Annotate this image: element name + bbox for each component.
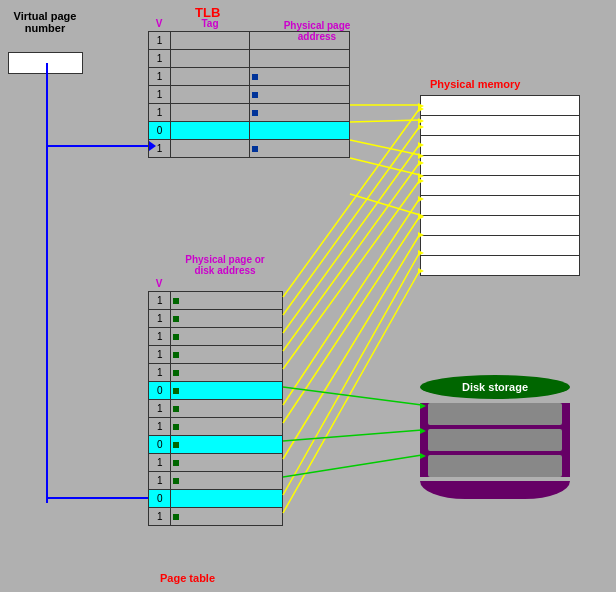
pm-row [421, 196, 580, 216]
pm-row [421, 176, 580, 196]
pt-cell-v: 1 [149, 400, 171, 418]
pt-cell-addr [171, 508, 283, 526]
tlb-cell-ppa [250, 86, 350, 104]
pt-dot [173, 334, 179, 340]
pm-row [421, 236, 580, 256]
tlb-row: 1 [149, 32, 350, 50]
pt-cell-addr [171, 418, 283, 436]
pt-dot [173, 424, 179, 430]
tlb-dot [252, 92, 258, 98]
pt-container: V 1 1 1 1 1 0 1 1 0 [148, 278, 293, 526]
tlb-cell-tag [170, 122, 250, 140]
pt-dot [173, 514, 179, 520]
disk-container: Disk storage [420, 375, 570, 499]
tlb-row: 1 [149, 86, 350, 104]
tlb-cell-ppa [250, 104, 350, 122]
svg-line-14 [283, 270, 420, 513]
tlb-cell-v: 1 [149, 86, 171, 104]
pt-cell-v: 0 [149, 436, 171, 454]
pt-row: 1 [149, 328, 283, 346]
pt-cell-v: 1 [149, 346, 171, 364]
disk-bottom [420, 481, 570, 499]
svg-line-7 [283, 144, 420, 333]
pt-dot [173, 406, 179, 412]
pm-row [421, 216, 580, 236]
pt-cell-addr [171, 400, 283, 418]
tlb-cell-ppa [250, 68, 350, 86]
disk-body [420, 403, 570, 477]
pt-cell-addr [171, 454, 283, 472]
svg-line-12 [283, 234, 420, 459]
pm-cell [421, 196, 580, 216]
pt-cell-addr [171, 472, 283, 490]
pt-cell-v: 1 [149, 472, 171, 490]
tlb-cell-v: 1 [149, 68, 171, 86]
tlb-cell-tag [170, 140, 250, 158]
pt-cell-v: 1 [149, 292, 171, 310]
pt-row: 1 [149, 310, 283, 328]
pt-dot [173, 316, 179, 322]
tlb-row: 0 [149, 122, 350, 140]
pm-row [421, 116, 580, 136]
pm-cell [421, 256, 580, 276]
tlb-row: 1 [149, 50, 350, 68]
pt-row: 0 [149, 490, 283, 508]
tlb-cell-v: 1 [149, 104, 171, 122]
tlb-cell-ppa [250, 32, 350, 50]
svg-line-8 [283, 162, 420, 351]
svg-line-16 [283, 430, 422, 441]
pt-dot [173, 388, 179, 394]
tlb-dot [252, 74, 258, 80]
pt-row: 1 [149, 400, 283, 418]
tlb-cell-v: 1 [149, 50, 171, 68]
svg-line-17 [283, 455, 422, 477]
pt-table: 1 1 1 1 1 0 1 1 0 1 [148, 291, 283, 526]
pt-cell-addr [171, 292, 283, 310]
svg-line-1 [350, 120, 420, 122]
tlb-cell-tag [170, 104, 250, 122]
pm-row [421, 256, 580, 276]
disk-slot-2 [428, 429, 562, 451]
pm-cell [421, 236, 580, 256]
pm-row [421, 136, 580, 156]
pt-row: 1 [149, 292, 283, 310]
pt-dot [173, 460, 179, 466]
pt-row: 1 [149, 508, 283, 526]
pm-row [421, 156, 580, 176]
tlb-container: V Tag 1 1 1 1 1 0 1 [148, 18, 358, 158]
pm-cell [421, 176, 580, 196]
pt-dot [173, 370, 179, 376]
pt-row: 1 [149, 364, 283, 382]
tlb-cell-v: 1 [149, 140, 171, 158]
pt-label-top: Physical page or disk address [175, 254, 275, 276]
tlb-cell-v: 1 [149, 32, 171, 50]
pt-dot [173, 298, 179, 304]
tlb-dot [252, 146, 258, 152]
svg-line-9 [283, 180, 420, 369]
pt-row: 1 [149, 454, 283, 472]
pm-table [420, 95, 580, 276]
pt-cell-addr [171, 436, 283, 454]
disk-slot-1 [428, 403, 562, 425]
pm-cell [421, 216, 580, 236]
pt-cell-addr [171, 490, 283, 508]
pt-label-bottom: Page table [160, 572, 215, 584]
pt-dot [173, 478, 179, 484]
pt-cell-v: 1 [149, 364, 171, 382]
pt-row: 1 [149, 472, 283, 490]
pt-cell-v: 1 [149, 454, 171, 472]
svg-line-15 [283, 387, 422, 405]
tlb-cell-tag [170, 50, 250, 68]
pt-cell-v: 0 [149, 382, 171, 400]
tlb-cell-v: 0 [149, 122, 171, 140]
pm-container [420, 95, 590, 276]
pt-cell-v: 1 [149, 310, 171, 328]
pt-cell-v: 1 [149, 418, 171, 436]
tlb-table: 1 1 1 1 1 0 1 [148, 31, 350, 158]
pt-cell-addr [171, 346, 283, 364]
pt-cell-v: 1 [149, 328, 171, 346]
tlb-cell-ppa [250, 140, 350, 158]
tlb-cell-ppa [250, 122, 350, 140]
vpn-label: Virtual page number [10, 10, 80, 34]
pt-row: 0 [149, 436, 283, 454]
